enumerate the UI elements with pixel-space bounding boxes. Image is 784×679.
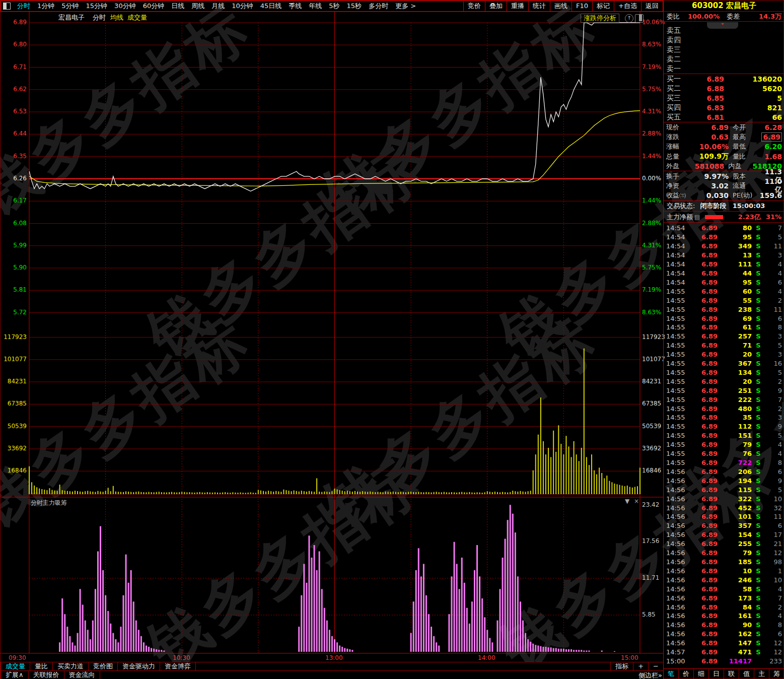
orderbook-collapse-button[interactable]: ⌄⌄ — [707, 22, 738, 29]
period-tab[interactable]: 季线 — [285, 1, 305, 11]
period-tab[interactable]: 15分钟 — [83, 1, 111, 11]
toolbar-button[interactable]: 画线 — [550, 1, 572, 11]
trade-row[interactable]: 14:56 6.89 452 S 32 — [664, 503, 784, 512]
trade-row[interactable]: 14:55 6.89 257 S 3 — [664, 332, 784, 341]
indicator-tab[interactable]: 成交量 — [1, 662, 30, 671]
trade-row[interactable]: 14:55 6.89 76 S 4 — [664, 449, 784, 458]
trade-row[interactable]: 14:55 6.89 20 S 2 — [664, 377, 784, 386]
sell-level-row[interactable]: 卖三 — [664, 45, 784, 54]
trade-row[interactable]: 14:55 6.89 367 S 16 — [664, 359, 784, 368]
trade-row[interactable]: 14:54 6.89 95 S 6 — [664, 278, 784, 287]
trade-row[interactable]: 14:55 6.89 20 S 3 — [664, 350, 784, 359]
panel-tab[interactable]: 细 — [694, 669, 709, 679]
trade-row[interactable]: 14:56 6.89 246 S 10 — [664, 575, 784, 584]
sell-level-row[interactable]: 卖一 — [664, 64, 784, 74]
panel-tab[interactable]: 联 — [724, 669, 739, 679]
trade-row[interactable]: 14:55 6.89 722 S 8 — [664, 458, 784, 467]
panel-tab[interactable]: 主 — [754, 669, 769, 679]
period-tab[interactable]: 年线 — [305, 1, 325, 11]
panel-tab[interactable]: 日 — [709, 669, 724, 679]
sidebar-toggle[interactable]: 侧边栏» — [638, 671, 662, 679]
sell-level-row[interactable]: 卖四 — [664, 35, 784, 45]
trade-row[interactable]: 14:56 6.89 84 S 2 — [664, 602, 784, 612]
indicator-add-button[interactable]: + — [633, 662, 648, 671]
extension-tab[interactable]: 资金流向 — [64, 671, 100, 679]
period-tab[interactable]: 60分钟 — [139, 1, 168, 11]
panel-tab[interactable]: 筹 — [769, 669, 784, 679]
trade-row[interactable]: 14:56 6.89 90 S 8 — [664, 621, 784, 630]
period-tab[interactable]: 周线 — [188, 1, 208, 11]
trade-row[interactable]: 14:56 6.89 10 S 1 — [664, 566, 784, 575]
extension-tab[interactable]: 扩展∧ — [1, 671, 29, 679]
list-icon[interactable]: ▤ — [694, 214, 700, 221]
trade-row[interactable]: 14:55 6.89 35 S 3 — [664, 413, 784, 422]
sell-level-row[interactable]: 卖二 — [664, 55, 784, 64]
toolbar-button[interactable]: F10 — [572, 1, 592, 11]
trade-row[interactable]: 14:56 6.89 206 S 6 — [664, 467, 784, 476]
period-tab[interactable]: 多分时 — [365, 1, 392, 11]
trade-row[interactable]: 14:56 6.89 173 S 7 — [664, 593, 784, 602]
collapse-panel-icon[interactable]: ▼ — [625, 498, 629, 505]
chart-view-label[interactable]: 分时 — [93, 13, 106, 22]
trade-row[interactable]: 14:55 6.89 55 S 2 — [664, 296, 784, 305]
toolbar-button[interactable]: 重播 — [507, 1, 528, 11]
buy-level-row[interactable]: 买五 6.81 66 — [664, 113, 784, 122]
panel-tab[interactable]: 值 — [739, 669, 754, 679]
period-tab[interactable]: 10分钟 — [228, 1, 257, 11]
period-tab[interactable]: 分时 — [14, 1, 34, 11]
trade-row[interactable]: 14:54 6.89 44 S 4 — [664, 269, 784, 278]
period-tab[interactable]: 30分钟 — [111, 1, 139, 11]
period-tab[interactable]: 日线 — [168, 1, 188, 11]
trade-row[interactable]: 14:56 6.89 58 S 4 — [664, 584, 784, 593]
period-tab[interactable]: 45日线 — [257, 1, 286, 11]
trade-row[interactable]: 14:56 6.89 115 S 5 — [664, 485, 784, 494]
trade-row[interactable]: 14:54 6.89 111 S 4 — [664, 260, 784, 269]
trade-row[interactable]: 14:55 6.89 60 S 4 — [664, 287, 784, 296]
indicator-tab[interactable]: 竞价图 — [89, 662, 118, 671]
trade-row[interactable]: 14:55 6.89 79 S 4 — [664, 440, 784, 449]
indicator-tab[interactable]: 量比 — [30, 662, 53, 671]
buy-level-row[interactable]: 买三 6.85 5 — [664, 93, 784, 103]
trade-row[interactable]: 15:00 6.89 11417 233 — [664, 657, 784, 666]
toolbar-button[interactable]: 返回 — [641, 1, 663, 11]
trade-row[interactable]: 14:56 6.89 357 S 6 — [664, 521, 784, 530]
trade-row[interactable]: 14:55 6.89 222 S 7 — [664, 395, 784, 404]
trade-list[interactable]: 14:54 6.89 80 S 7 14:54 6.89 95 S 5 14:5… — [664, 223, 784, 668]
indicator-tab[interactable]: 资金驱动力 — [118, 662, 160, 671]
toolbar-button[interactable]: 叠加 — [485, 1, 507, 11]
chart-indicator-label[interactable]: 成交量 — [127, 13, 147, 22]
trade-row[interactable]: 14:56 6.89 255 S 21 — [664, 539, 784, 549]
buy-level-row[interactable]: 买二 6.88 5620 — [664, 84, 784, 93]
trade-row[interactable]: 14:55 6.89 251 S 9 — [664, 386, 784, 395]
toolbar-button[interactable]: 标记 — [592, 1, 614, 11]
trade-row[interactable]: 14:55 6.89 480 S 2 — [664, 404, 784, 413]
indicator-label[interactable]: 指标 — [610, 662, 633, 671]
trade-row[interactable]: 14:55 6.89 69 S 6 — [664, 314, 784, 323]
indicator-remove-button[interactable]: − — [648, 662, 663, 671]
trade-row[interactable]: 14:57 6.89 471 S 12 — [664, 648, 784, 657]
panel-tab[interactable]: 价 — [679, 669, 694, 679]
period-tab[interactable]: 1分钟 — [34, 1, 58, 11]
buy-level-row[interactable]: 买四 6.83 821 — [664, 103, 784, 113]
trade-row[interactable]: 14:56 6.89 322 S 10 — [664, 494, 784, 503]
trade-row[interactable]: 14:56 6.89 162 S 6 — [664, 630, 784, 639]
trade-row[interactable]: 14:56 6.89 79 S 12 — [664, 549, 784, 558]
trade-row[interactable]: 14:55 6.89 61 S 8 — [664, 323, 784, 332]
trade-row[interactable]: 14:54 6.89 80 S 7 — [664, 224, 784, 233]
trade-row[interactable]: 14:56 6.89 185 S 98 — [664, 558, 784, 567]
trade-row[interactable]: 14:56 6.89 194 S 9 — [664, 476, 784, 485]
trade-row[interactable]: 14:54 6.89 95 S 5 — [664, 233, 784, 242]
trade-row[interactable]: 14:56 6.89 161 S 4 — [664, 612, 784, 621]
circle-up-arrow-icon[interactable]: ↑ — [625, 14, 633, 23]
trade-row[interactable]: 14:55 6.89 238 S 11 — [664, 305, 784, 314]
panel-tab[interactable]: 笔 — [664, 669, 679, 679]
trade-row[interactable]: 14:55 6.89 112 S 9 — [664, 422, 784, 431]
trade-row[interactable]: 14:54 6.89 349 S 11 — [664, 242, 784, 251]
toolbar-button[interactable]: 竞价 — [463, 1, 485, 11]
period-tab[interactable]: 15秒 — [343, 1, 366, 11]
trade-row[interactable]: 14:54 6.89 13 S 3 — [664, 251, 784, 260]
trade-row[interactable]: 14:56 6.89 154 S 17 — [664, 530, 784, 539]
buy-level-row[interactable]: 买一 6.89 136020 — [664, 74, 784, 84]
period-tab[interactable]: 5分钟 — [58, 1, 82, 11]
toolbar-button[interactable]: 统计 — [528, 1, 550, 11]
